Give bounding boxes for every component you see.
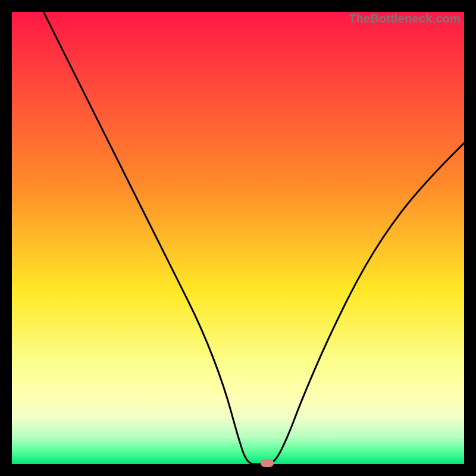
bottleneck-curve (12, 12, 464, 464)
optimal-point-marker (261, 459, 274, 467)
watermark-label: TheBottleneck.com (349, 12, 461, 26)
chart-frame: TheBottleneck.com (12, 12, 464, 464)
